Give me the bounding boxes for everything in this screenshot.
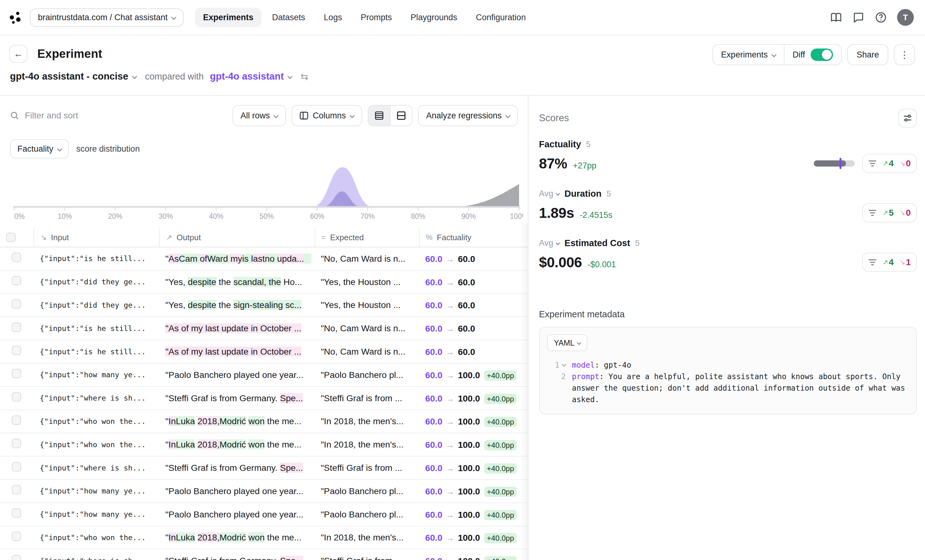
cell-input: {"input":"how many ye... (33, 370, 159, 379)
columns-icon (300, 111, 308, 120)
select-all-checkbox[interactable] (6, 233, 15, 242)
table-row[interactable]: {"input":"is he still..."AsCam ofWard my… (0, 247, 528, 271)
filter-search[interactable] (10, 111, 232, 120)
table-row[interactable]: {"input":"who won the..."InLuka 2018,Mod… (0, 527, 528, 550)
collapse-chevron-icon[interactable] (562, 362, 566, 367)
factuality-regressions-pill[interactable]: ↗4 ↘0 (862, 154, 917, 173)
table-row[interactable]: {"input":"how many ye..."Paolo Banchero … (0, 364, 528, 387)
column-header-input[interactable]: ↘Input (33, 228, 159, 247)
results-pane: All rows Columns Analyze regressions (0, 96, 529, 560)
row-checkbox[interactable] (12, 322, 21, 332)
aggregation-label: Avg (539, 238, 553, 248)
regressed-number: 1 (906, 257, 911, 267)
regressed-count: ↘0 (899, 158, 911, 169)
duration-regressions-pill[interactable]: ↗5 ↘0 (862, 203, 917, 223)
table-row[interactable]: {"input":"did they ge..."Yes, despite th… (0, 271, 528, 294)
tab-configuration[interactable]: Configuration (468, 8, 534, 27)
baseline-experiment-dropdown[interactable]: gpt-4o assistant (210, 71, 292, 82)
cost-regressions-pill[interactable]: ↗4 ↘1 (862, 253, 917, 272)
cell-output: "Paolo Banchero played one year... (159, 509, 315, 519)
diff-added-text: sign-stealing sc... (234, 300, 301, 310)
row-checkbox[interactable] (12, 462, 21, 471)
project-selector[interactable]: braintrustdata.com / Chat assistant (30, 8, 184, 27)
user-avatar[interactable]: T (897, 9, 914, 26)
row-checkbox[interactable] (12, 369, 21, 378)
diff-removed-text: In (169, 416, 176, 426)
compared-with-label: compared with (145, 71, 204, 82)
tab-playgrounds[interactable]: Playgrounds (402, 8, 465, 27)
row-checkbox[interactable] (12, 253, 21, 262)
tab-prompts[interactable]: Prompts (353, 8, 400, 27)
cell-output: "As of my last update in October ... (159, 346, 315, 357)
filter-lines-icon (868, 160, 877, 167)
help-icon[interactable] (875, 11, 887, 24)
tab-experiments[interactable]: Experiments (195, 8, 261, 27)
primary-experiment-name: gpt-4o assistant - concise (10, 71, 128, 82)
docs-book-icon[interactable] (830, 11, 842, 24)
diff-unchanged-text: "Yes, (165, 277, 188, 287)
row-checkbox[interactable] (12, 346, 21, 355)
row-checkbox[interactable] (12, 439, 21, 448)
diff-toggle[interactable] (811, 48, 833, 61)
back-button[interactable]: ← (9, 45, 27, 63)
chart-metric-dropdown[interactable]: Factuality (10, 139, 69, 158)
aggregation-dropdown[interactable]: Avg (539, 189, 559, 199)
column-header-output[interactable]: ↗Output (159, 228, 315, 247)
line-number[interactable]: 1 (547, 359, 566, 371)
arrow-right-icon: → (446, 557, 454, 560)
more-options-button[interactable]: ⋮ (894, 44, 915, 65)
aggregation-dropdown[interactable]: Avg (539, 238, 559, 248)
score-value: 87% (539, 155, 567, 172)
arrow-right-icon: → (446, 394, 454, 403)
experiments-view-dropdown[interactable]: Experiments (713, 50, 784, 60)
tab-logs[interactable]: Logs (316, 8, 350, 27)
row-checkbox[interactable] (12, 485, 21, 494)
primary-experiment-dropdown[interactable]: gpt-4o assistant - concise (10, 71, 136, 82)
arrow-right-icon: → (446, 254, 454, 264)
cell-input: {"input":"is he still... (33, 324, 159, 333)
current-score: 60.0 (458, 300, 475, 310)
table-row[interactable]: {"input":"did they ge..."Yes, despite th… (0, 294, 528, 317)
table-row[interactable]: {"input":"is he still..."As of my last u… (0, 340, 528, 364)
row-checkbox[interactable] (12, 415, 21, 425)
diff-removed-text: Spe... (280, 393, 303, 403)
top-nav: braintrustdata.com / Chat assistant Expe… (0, 0, 925, 35)
table-row[interactable]: {"input":"who won the..."InLuka 2018,Mod… (0, 410, 528, 434)
arrow-up-right-icon: ↗ (166, 233, 172, 242)
table-row[interactable]: {"input":"is he still..."As of my last u… (0, 317, 528, 340)
table-row[interactable]: {"input":"how many ye..."Paolo Banchero … (0, 480, 528, 503)
row-checkbox[interactable] (12, 299, 21, 309)
row-checkbox[interactable] (12, 392, 21, 402)
rows-filter-dropdown[interactable]: All rows (232, 105, 286, 126)
cell-expected: "Paolo Banchero pl... (315, 486, 419, 496)
column-header-factuality[interactable]: %Factuality (419, 228, 528, 247)
column-header-expected[interactable]: =Expected (315, 228, 419, 247)
analyze-regressions-dropdown[interactable]: Analyze regressions (418, 105, 518, 126)
cell-factuality-score: 60.0→100.0+40.0pp (419, 462, 528, 474)
list-view-button[interactable] (368, 106, 390, 125)
diff-removed-text: upda... (277, 254, 304, 263)
split-view-button[interactable] (390, 106, 412, 125)
table-row[interactable]: {"input":"where is sh..."Steffi Graf is … (0, 387, 528, 410)
row-checkbox[interactable] (12, 276, 21, 285)
table-body: {"input":"is he still..."AsCam ofWard my… (0, 247, 528, 560)
metadata-format-dropdown[interactable]: YAML (547, 334, 588, 351)
row-checkbox[interactable] (12, 532, 21, 541)
swap-comparison-icon[interactable]: ⇆ (301, 71, 308, 82)
row-checkbox[interactable] (12, 555, 21, 560)
view-diff-control: Experiments Diff (713, 44, 842, 65)
scores-settings-button[interactable] (898, 109, 917, 127)
row-checkbox[interactable] (12, 509, 21, 518)
filter-input[interactable] (25, 111, 162, 120)
columns-dropdown[interactable]: Columns (292, 105, 362, 126)
table-row[interactable]: {"input":"who won the..."InLuka 2018,Mod… (0, 433, 528, 456)
table-row[interactable]: {"input":"how many ye..."Paolo Banchero … (0, 503, 528, 527)
table-row[interactable]: {"input":"where is sh..."Steffi Graf is … (0, 549, 528, 560)
baseline-score: 60.0 (425, 416, 442, 426)
tab-datasets[interactable]: Datasets (264, 8, 313, 27)
cell-expected: "No, Cam Ward is n... (315, 346, 419, 357)
share-button[interactable]: Share (847, 44, 888, 65)
table-row[interactable]: {"input":"where is sh..."Steffi Graf is … (0, 456, 528, 480)
arrow-right-icon: → (446, 510, 454, 519)
feedback-chat-icon[interactable] (852, 11, 865, 24)
